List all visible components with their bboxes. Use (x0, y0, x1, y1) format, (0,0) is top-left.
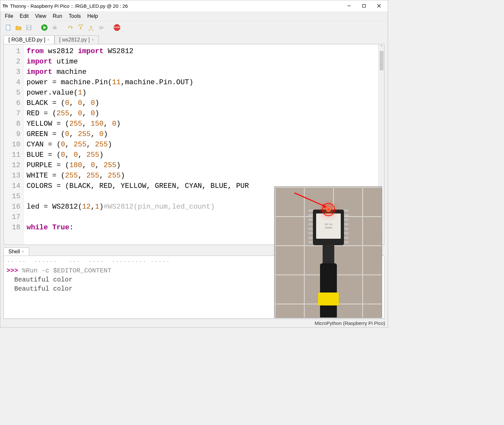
code-line: import utime (27, 57, 376, 67)
svg-rect-21 (99, 26, 100, 29)
editor-tabs: [ RGB_LED.py ] × [ ws2812.py ] × (4, 35, 384, 44)
cable-band (318, 293, 339, 305)
svg-line-15 (56, 29, 57, 29)
menu-file[interactable]: File (2, 12, 17, 20)
app-window: Th Thonny - Raspberry Pi Pico :: /RGB_LE… (0, 0, 388, 327)
save-file-button[interactable] (24, 23, 33, 32)
step-over-icon (67, 24, 74, 31)
menu-view[interactable]: View (32, 12, 49, 20)
open-file-button[interactable] (14, 23, 23, 32)
minimize-icon (347, 4, 351, 8)
usb-connector (323, 245, 334, 264)
close-icon[interactable]: × (92, 38, 94, 42)
debug-icon (52, 24, 58, 31)
svg-line-14 (52, 29, 53, 29)
svg-line-12 (52, 27, 53, 28)
line-number: 3 (5, 67, 20, 77)
window-title: Thonny - Raspberry Pi Pico :: /RGB_LED.p… (10, 3, 128, 9)
code-line: PURPLE = (180, 0, 255) (27, 160, 376, 171)
save-file-icon (26, 24, 32, 31)
line-number: 10 (5, 140, 20, 150)
line-number: 5 (5, 88, 20, 98)
tab-ws2812[interactable]: [ ws2812.py ] × (54, 35, 99, 44)
maximize-button[interactable] (357, 0, 372, 11)
line-number: 4 (5, 77, 20, 88)
code-line: power.value(1) (27, 88, 376, 98)
titlebar: Th Thonny - Raspberry Pi Pico :: /RGB_LE… (0, 0, 388, 11)
code-line: power = machine.Pin(11,machine.Pin.OUT) (27, 77, 376, 88)
line-number: 18 (5, 223, 20, 233)
shell-tab-label: Shell (8, 249, 20, 255)
code-line: CYAN = (0, 255, 255) (27, 140, 376, 150)
svg-line-25 (294, 193, 326, 207)
minimize-button[interactable] (342, 0, 357, 11)
line-number: 16 (5, 202, 20, 212)
line-number: 6 (5, 98, 20, 109)
close-icon[interactable]: × (22, 249, 24, 254)
resume-button[interactable] (97, 23, 106, 32)
line-number: 14 (5, 181, 20, 191)
svg-rect-6 (28, 25, 30, 27)
editor-tabs-area: [ RGB_LED.py ] × [ ws2812.py ] × (0, 34, 388, 44)
menubar: File Edit View Run Tools Help (0, 11, 388, 21)
open-file-icon (15, 24, 22, 31)
line-number: 12 (5, 160, 20, 171)
device-photo: seeed FC CE (274, 187, 382, 318)
close-button[interactable] (372, 0, 386, 11)
menu-help[interactable]: Help (84, 12, 101, 20)
menu-tools[interactable]: Tools (65, 12, 84, 20)
scroll-up-icon[interactable]: ˄ (381, 44, 383, 50)
line-number: 11 (5, 150, 20, 160)
highlight-circle (322, 203, 335, 216)
statusbar: MicroPython (Raspberry Pi Pico) (0, 319, 388, 327)
svg-rect-7 (28, 28, 30, 29)
run-button[interactable] (40, 23, 49, 32)
code-line: from ws2812 import WS2812 (27, 46, 376, 57)
step-out-button[interactable] (86, 23, 96, 32)
svg-rect-1 (363, 5, 366, 7)
code-line: import machine (27, 67, 376, 77)
line-number: 1 (5, 46, 20, 57)
menu-edit[interactable]: Edit (17, 12, 32, 20)
app-icon: Th (2, 3, 8, 9)
scroll-thumb[interactable] (380, 51, 384, 70)
menu-run[interactable]: Run (50, 12, 65, 20)
new-file-icon (5, 24, 11, 31)
code-line: BLACK = (0, 0, 0) (27, 98, 376, 109)
chip-cert-label: FC CE (325, 223, 332, 226)
svg-marker-22 (101, 26, 104, 29)
code-line: YELLOW = (255, 150, 0) (27, 119, 376, 129)
window-controls (342, 0, 386, 11)
svg-text:STOP: STOP (114, 26, 120, 29)
svg-point-10 (53, 26, 56, 29)
toolbar: STOP (0, 21, 388, 34)
close-icon[interactable]: × (47, 38, 50, 42)
resume-icon (98, 24, 105, 31)
code-line: GREEN = (0, 255, 0) (27, 129, 376, 140)
maximize-icon (362, 4, 366, 8)
new-file-button[interactable] (4, 23, 13, 32)
line-number: 15 (5, 191, 20, 202)
run-icon (41, 24, 48, 31)
tab-label: [ RGB_LED.py ] (8, 37, 45, 43)
stop-button[interactable]: STOP (112, 23, 121, 32)
svg-line-13 (56, 27, 57, 28)
close-icon (377, 4, 381, 8)
backend-label[interactable]: MicroPython (Raspberry Pi Pico) (315, 320, 385, 326)
debug-button[interactable] (50, 23, 59, 32)
stop-icon: STOP (113, 24, 121, 31)
step-into-icon (77, 24, 84, 31)
line-gutter: 123456789101112131415161718 (4, 44, 24, 245)
shell-tab[interactable]: Shell × (4, 247, 29, 256)
code-line: BLUE = (0, 0, 255) (27, 150, 376, 160)
svg-marker-18 (80, 28, 82, 29)
chip-brand-label: seeed (325, 226, 332, 229)
step-over-button[interactable] (66, 23, 75, 32)
usb-cable (320, 263, 337, 318)
tab-rgb-led[interactable]: [ RGB_LED.py ] × (4, 35, 54, 44)
step-into-button[interactable] (76, 23, 85, 32)
svg-marker-20 (90, 26, 92, 27)
line-number: 9 (5, 129, 20, 140)
code-line: RED = (255, 0, 0) (27, 109, 376, 119)
line-number: 7 (5, 109, 20, 119)
